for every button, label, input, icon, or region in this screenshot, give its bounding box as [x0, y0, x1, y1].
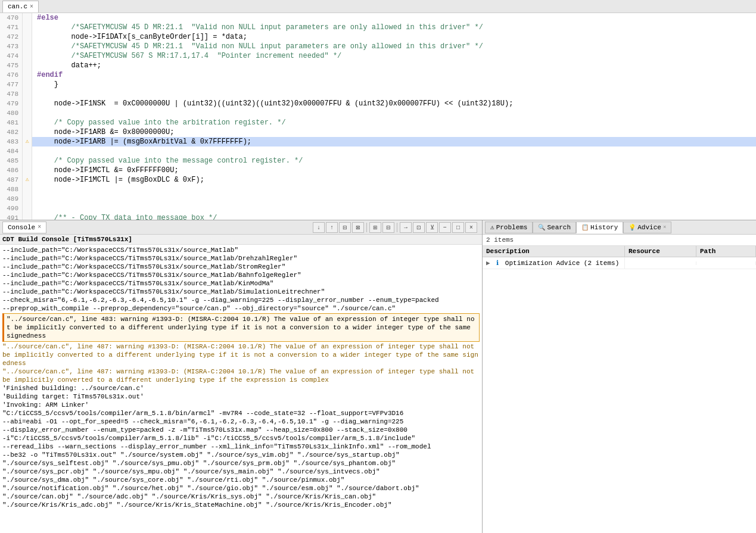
line-content [32, 89, 37, 99]
tab-problems[interactable]: ⚠ Problems [485, 222, 533, 233]
code-line: 486 node->IF1MCTL &= 0xFFFFFF00U; [0, 166, 756, 175]
line-content: node->IF1NSK = 0xC0000000U | (uint32)((u… [32, 99, 513, 108]
console-title: CDT Build Console [TiTms570Ls31x] [0, 235, 482, 245]
wrap-toggle-btn[interactable]: ⊟ [339, 222, 351, 233]
code-line: 476#endif [0, 70, 756, 80]
line-number: 484 [0, 147, 23, 156]
editor-tab-bar: can.c × [0, 0, 756, 13]
advice-label: Advice [637, 224, 661, 231]
expand-arrow[interactable]: ▶ [486, 260, 490, 267]
line-number: 490 [0, 204, 23, 213]
console-panel: Console × ↓ ↑ ⊟ ⊠ ⊞ ⊟ → ⊡ ⊻ − □ × CDT Bu… [0, 220, 483, 533]
right-panel: ⚠ Problems 🔍 Search 📋 History 💡 Advice ×… [483, 220, 756, 533]
line-number: 473 [0, 42, 23, 51]
scroll-up-btn[interactable]: ↑ [326, 222, 338, 233]
line-content: /* Copy passed value into the arbitratio… [32, 118, 286, 127]
editor-tab-close[interactable]: × [30, 4, 33, 10]
code-line: 470#else [0, 13, 756, 23]
code-editor[interactable]: 470#else471 /*SAFETYMCUSW 45 D MR:21.1 "… [0, 13, 756, 220]
tool-btn-4[interactable]: ⊡ [413, 222, 425, 233]
code-line: 481 /* Copy passed value into the arbitr… [0, 118, 756, 127]
tool-btn-5[interactable]: ⊻ [426, 222, 438, 233]
line-gutter [23, 13, 32, 23]
console-line: "./source/sys_pcr.obj" "./source/sys_mpu… [2, 467, 480, 476]
line-content [32, 204, 37, 213]
line-content: node->IF1ARB |= (msgBoxArbitVal & 0x7FFF… [32, 137, 251, 147]
line-gutter [23, 147, 32, 156]
line-content: } [32, 80, 58, 89]
code-line: 484 [0, 147, 756, 156]
line-number: 489 [0, 194, 23, 204]
clear-console-btn[interactable]: ⊠ [352, 222, 364, 233]
line-number: 477 [0, 80, 23, 89]
code-line: 491 /** - Copy TX data into message box … [0, 213, 756, 220]
line-gutter [23, 204, 32, 213]
code-line: 483⚠ node->IF1ARB |= (msgBoxArbitVal & 0… [0, 137, 756, 147]
console-line: "./source/notification.obj" "./source/he… [2, 484, 480, 493]
line-gutter: ⚠ [23, 175, 32, 185]
console-tab[interactable]: Console × [2, 222, 46, 233]
console-tab-close[interactable]: × [38, 224, 41, 230]
line-gutter [23, 80, 32, 89]
editor-area: can.c × 470#else471 /*SAFETYMCUSW 45 D M… [0, 0, 756, 220]
console-line: --abi=eabi -O1 --opt_for_speed=5 --check… [2, 417, 480, 426]
line-gutter [23, 99, 32, 108]
line-content: /*SAFETYMCUSW 567 S MR:17.1,17.4 "Pointe… [32, 51, 341, 61]
line-content: /* Copy passed value into the message co… [32, 156, 303, 166]
code-line: 488 [0, 185, 756, 194]
history-icon: 📋 [581, 224, 589, 231]
console-line: --include_path="C:/WorkspaceCCS/TiTms570… [2, 279, 480, 288]
tool-btn-3[interactable]: → [400, 222, 412, 233]
line-number: 482 [0, 127, 23, 137]
line-number: 485 [0, 156, 23, 166]
line-gutter [23, 61, 32, 70]
tool-btn-2[interactable]: ⊟ [382, 222, 394, 233]
tool-btn-1[interactable]: ⊞ [369, 222, 381, 233]
code-line: 475 data++; [0, 61, 756, 70]
line-number: 483 [0, 137, 23, 147]
tool-btn-6[interactable]: − [439, 222, 451, 233]
row-desc-text: Optimization Advice (2 items) [505, 260, 619, 267]
code-line: 482 node->IF1ARB &= 0x80000000U; [0, 127, 756, 137]
header-path: Path [696, 246, 756, 257]
scroll-down-btn[interactable]: ↓ [313, 222, 325, 233]
tool-btn-8[interactable]: × [465, 222, 477, 233]
line-gutter [23, 51, 32, 61]
line-gutter [23, 127, 32, 137]
line-number: 478 [0, 89, 23, 99]
search-label: Search [547, 224, 571, 231]
tab-advice[interactable]: 💡 Advice × [623, 222, 671, 233]
line-number: 470 [0, 13, 23, 23]
editor-tab-can-c[interactable]: can.c × [2, 1, 39, 13]
console-line: --reread_libs --warn_sections --display_… [2, 442, 480, 451]
console-line: --preprop_with_compile --preprop_depende… [2, 304, 480, 313]
tool-btn-7[interactable]: □ [452, 222, 464, 233]
problems-label: Problems [496, 224, 528, 231]
line-content: data++; [32, 61, 101, 70]
tab-history[interactable]: 📋 History [576, 222, 623, 233]
table-row[interactable]: ▶ ℹ Optimization Advice (2 items) [483, 257, 756, 269]
advice-tab-close[interactable]: × [663, 225, 666, 230]
editor-wrapper: 470#else471 /*SAFETYMCUSW 45 D MR:21.1 "… [0, 13, 756, 220]
console-toolbar: ↓ ↑ ⊟ ⊠ ⊞ ⊟ → ⊡ ⊻ − □ × [48, 220, 480, 235]
toolbar-sep1 [366, 223, 367, 232]
code-line: 487⚠ node->IF1MCTL |= (msgBoxDLC & 0xF); [0, 175, 756, 185]
console-line: --include_path="C:/WorkspaceCCS/TiTms570… [2, 263, 480, 271]
console-tab-label: Console [8, 224, 35, 231]
header-resource: Resource [625, 246, 696, 257]
console-line: "../source/can.c", line 487: warning #13… [2, 367, 480, 384]
tab-search[interactable]: 🔍 Search [533, 222, 576, 233]
toolbar-sep2 [397, 223, 397, 232]
table-header: Description Resource Path [483, 246, 756, 257]
code-line: 490 [0, 204, 756, 213]
line-content: /** - Copy TX data into message box */ [32, 213, 217, 220]
console-line: --check_misra="6,-6.1,-6.2,-6.3,-6.4,-6.… [2, 296, 480, 304]
warning-icon: ⚠ [25, 137, 29, 147]
line-content: /*SAFETYMCUSW 45 D MR:21.1 "Valid non NU… [32, 23, 483, 32]
problems-icon: ⚠ [490, 223, 494, 231]
console-content[interactable]: --include_path="C:/WorkspaceCCS/TiTms570… [0, 245, 482, 533]
code-line: 479 node->IF1NSK = 0xC0000000U | (uint32… [0, 99, 756, 108]
line-number: 487 [0, 175, 23, 185]
line-number: 471 [0, 23, 23, 32]
code-line: 473 /*SAFETYMCUSW 45 D MR:21.1 "Valid no… [0, 42, 756, 51]
